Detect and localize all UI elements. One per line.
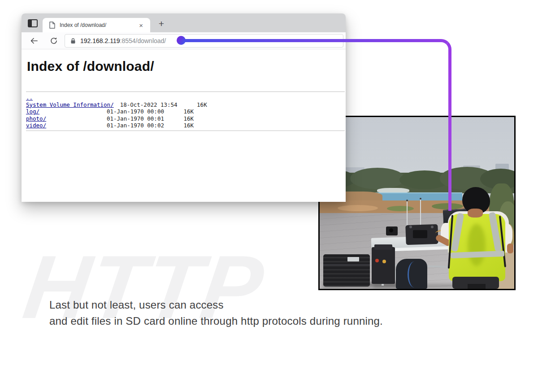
connector-dot (177, 36, 186, 45)
listing-row: photo/01-Jan-1970 00:0116K (26, 115, 345, 122)
dir-link-system-volume-information[interactable]: System Volume Information/ (26, 101, 120, 109)
battery-box (372, 247, 395, 284)
listing-row: video/01-Jan-1970 00:0216K (26, 122, 345, 129)
entry-date: 01-Jan-1970 00:01 (107, 115, 177, 122)
caption-text: Last but not least, users can access and… (49, 297, 383, 329)
entry-size: 16K (177, 122, 194, 129)
url-path: :8554/download/ (120, 37, 166, 44)
listing-row: log/01-Jan-1970 00:0016K (26, 108, 345, 115)
listing-row: .. (26, 94, 345, 101)
new-tab-button[interactable]: + (155, 18, 168, 30)
back-button[interactable] (30, 36, 39, 45)
field-operation-photo (318, 116, 516, 290)
dir-link-parent[interactable]: .. (26, 94, 107, 101)
entry-date: 18-Oct-2022 13:54 (120, 101, 190, 109)
tab-index-of-download[interactable]: Index of /download/ × (43, 18, 150, 32)
storage-case (323, 254, 370, 287)
entry-size: 16K (177, 115, 194, 122)
url-text: 192.168.2.119:8554/download/ (80, 37, 166, 44)
caption-line2: and edit files in SD card online through… (49, 313, 383, 329)
directory-listing: ..System Volume Information/18-Oct-2022 … (26, 94, 345, 129)
dir-link-log[interactable]: log/ (26, 108, 107, 115)
listing-row: System Volume Information/18-Oct-2022 13… (26, 101, 345, 109)
lock-icon (70, 38, 76, 44)
url-host: 192.168.2.119 (80, 37, 120, 44)
caption-line1: Last but not least, users can access (49, 297, 383, 313)
page-content: Index of /download/ ..System Volume Info… (22, 49, 346, 202)
document-icon (49, 22, 55, 29)
dir-link-video[interactable]: video/ (26, 122, 107, 129)
entry-date: 01-Jan-1970 00:00 (107, 108, 177, 115)
tab-strip: Index of /download/ × + (22, 13, 346, 32)
entry-size: 16K (190, 101, 207, 109)
entry-date: 01-Jan-1970 00:02 (107, 122, 177, 129)
close-tab-icon[interactable]: × (137, 21, 145, 30)
entry-size: 16K (177, 108, 194, 115)
dir-link-photo[interactable]: photo/ (26, 115, 107, 122)
page-canvas: HTTP (0, 0, 538, 392)
refresh-button[interactable] (49, 36, 58, 45)
tab-actions-icon[interactable] (28, 19, 38, 27)
divider (26, 91, 345, 92)
page-title: Index of /download/ (27, 57, 345, 75)
tab-title: Index of /download/ (60, 22, 137, 28)
divider (26, 131, 345, 131)
